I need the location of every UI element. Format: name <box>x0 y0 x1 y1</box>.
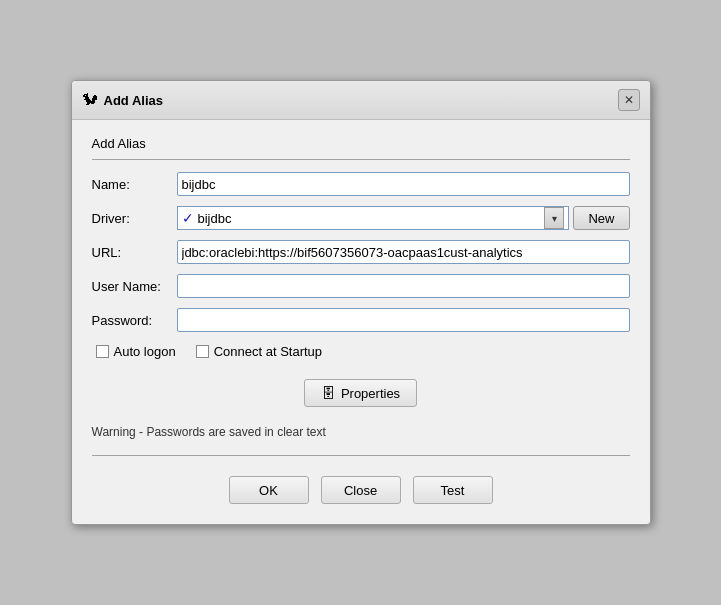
connect-startup-label: Connect at Startup <box>214 344 322 359</box>
url-row: URL: <box>92 240 630 264</box>
connect-startup-checkbox[interactable]: Connect at Startup <box>196 344 322 359</box>
driver-select[interactable]: ✓ bijdbc ▾ <box>177 206 570 230</box>
warning-text: Warning - Passwords are saved in clear t… <box>92 425 630 439</box>
driver-dropdown-button[interactable]: ▾ <box>544 207 564 229</box>
driver-row: Driver: ✓ bijdbc ▾ New <box>92 206 630 230</box>
driver-controls: ✓ bijdbc ▾ New <box>177 206 630 230</box>
new-driver-button[interactable]: New <box>573 206 629 230</box>
close-button[interactable]: Close <box>321 476 401 504</box>
name-input[interactable] <box>177 172 630 196</box>
add-alias-dialog: 🐿 Add Alias ✕ Add Alias Name: Driver: ✓ … <box>71 80 651 525</box>
username-input[interactable] <box>177 274 630 298</box>
section-title: Add Alias <box>92 136 630 151</box>
driver-checkmark: ✓ <box>182 210 194 226</box>
properties-icon: 🗄 <box>321 385 335 401</box>
dialog-body: Add Alias Name: Driver: ✓ bijdbc ▾ New <box>72 120 650 524</box>
url-label: URL: <box>92 245 177 260</box>
properties-row: 🗄 Properties <box>92 371 630 415</box>
name-row: Name: <box>92 172 630 196</box>
ok-button[interactable]: OK <box>229 476 309 504</box>
password-input[interactable] <box>177 308 630 332</box>
url-input[interactable] <box>177 240 630 264</box>
auto-logon-box[interactable] <box>96 345 109 358</box>
properties-label: Properties <box>341 386 400 401</box>
dialog-title: Add Alias <box>104 93 163 108</box>
username-row: User Name: <box>92 274 630 298</box>
auto-logon-checkbox[interactable]: Auto logon <box>96 344 176 359</box>
close-icon[interactable]: ✕ <box>618 89 640 111</box>
app-icon: 🐿 <box>82 91 98 109</box>
name-label: Name: <box>92 177 177 192</box>
auto-logon-label: Auto logon <box>114 344 176 359</box>
button-row: OK Close Test <box>92 468 630 508</box>
properties-button[interactable]: 🗄 Properties <box>304 379 417 407</box>
driver-value-text: bijdbc <box>198 211 232 226</box>
username-label: User Name: <box>92 279 177 294</box>
title-bar-left: 🐿 Add Alias <box>82 91 163 109</box>
driver-label: Driver: <box>92 211 177 226</box>
connect-startup-box[interactable] <box>196 345 209 358</box>
checkbox-row: Auto logon Connect at Startup <box>92 344 630 359</box>
bottom-divider <box>92 455 630 456</box>
password-row: Password: <box>92 308 630 332</box>
password-label: Password: <box>92 313 177 328</box>
driver-select-text: ✓ bijdbc <box>182 210 545 226</box>
test-button[interactable]: Test <box>413 476 493 504</box>
section-divider <box>92 159 630 160</box>
title-bar: 🐿 Add Alias ✕ <box>72 81 650 120</box>
